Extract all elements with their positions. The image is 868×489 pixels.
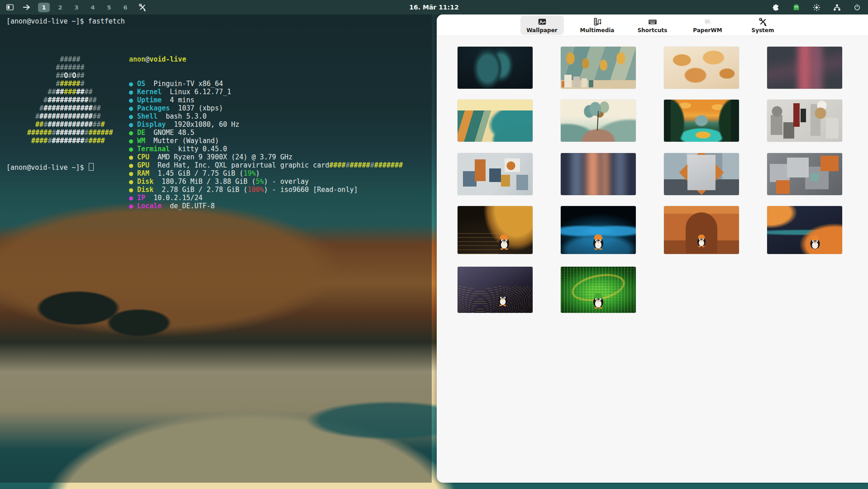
settings-panel: Wallpaper Multimedia Shortcuts PaperWM: [437, 14, 868, 483]
penguin-mascot: [496, 232, 512, 252]
fastfetch-info-line: ● Terminal kitty 0.45.0: [129, 145, 403, 153]
tools-icon: [758, 17, 768, 27]
missing-image-icon: [703, 17, 713, 27]
wallpaper-thumbnail-penguin-green-matrix[interactable]: [561, 267, 636, 313]
tab-paperwm[interactable]: PaperWM: [686, 15, 730, 35]
top-bar-right: [770, 0, 863, 14]
clock[interactable]: 16. Mär 11:12: [0, 0, 868, 14]
network-icon[interactable]: [831, 2, 842, 13]
keyboard-icon: [648, 17, 658, 27]
wallpaper-thumbnail-yellow-teal-coast[interactable]: [458, 100, 533, 142]
fastfetch-info-line: ● WM Mutter (Wayland): [129, 137, 403, 145]
fastfetch-info-line: ● RAM 1.45 GiB / 7.75 GiB (19%): [129, 169, 403, 177]
terminal-prompt-line: [anon@void-live ~]$ fastfetch: [6, 17, 125, 25]
tab-label: PaperWM: [693, 27, 722, 34]
brightness-icon[interactable]: [811, 2, 822, 13]
tab-label: Shortcuts: [638, 27, 668, 34]
power-icon[interactable]: [852, 2, 863, 13]
penguin-mascot: [591, 232, 606, 252]
terminal-window[interactable]: [anon@void-live ~]$ fastfetch ##### ####…: [0, 14, 432, 483]
fastfetch-info-line: ● Locale de_DE.UTF-8: [129, 202, 403, 210]
fastfetch-info-line: ● GPU Red Hat, Inc. QXL paravirtual grap…: [129, 161, 403, 169]
fastfetch-info-line: ● Uptime 4 mins: [129, 96, 403, 104]
wallpaper-thumbnail-peach-blur-strokes[interactable]: [561, 153, 636, 195]
fastfetch-info-line: ● Kernel Linux 6.12.77_1: [129, 88, 403, 96]
terminal-cursor: [89, 163, 94, 171]
settings-tab-bar: Wallpaper Multimedia Shortcuts PaperWM: [437, 14, 868, 36]
wallpaper-thumbnail-cream-orange-lilies[interactable]: [664, 47, 739, 89]
wallpaper-thumbnail-teal-abstract-leaves[interactable]: [458, 47, 533, 89]
penguin-mascot: [496, 291, 510, 308]
tab-label: Wallpaper: [526, 27, 557, 34]
extensions-puzzle-icon[interactable]: [770, 2, 781, 13]
wallpaper-thumbnail-autumn-windy-village[interactable]: [561, 47, 636, 89]
tab-system[interactable]: System: [741, 15, 785, 35]
tab-label: System: [752, 27, 774, 34]
penguin-mascot: [808, 234, 822, 252]
wallpaper-thumbnail-metal-square-orange-diamond[interactable]: [664, 153, 739, 195]
fastfetch-info-line: ● OS Pinguin-TV x86_64: [129, 80, 403, 88]
tab-label: Multimedia: [580, 27, 615, 34]
wallpaper-thumbnail-sunset-mountain-river[interactable]: [664, 100, 739, 142]
penguin-mascot: [591, 291, 606, 311]
fastfetch-title: anon@void-live: [129, 55, 403, 63]
penguin-mascot: [695, 233, 708, 249]
fastfetch-info-line: ● Shell bash 5.3.0: [129, 112, 403, 120]
tab-multimedia[interactable]: Multimedia: [576, 15, 619, 35]
fastfetch-info-line: ● Disk 2.78 GiB / 2.78 GiB (100%) - iso9…: [129, 186, 403, 194]
fastfetch-ascii-logo: ##### ####### ##O#O## ####### ##########…: [27, 55, 113, 145]
top-bar: 123456 16. Mär 11:12: [0, 0, 868, 14]
desktop: 123456 16. Mär 11:12 [anon@vo: [0, 0, 868, 489]
wallpaper-thumbnail-blue-orange-squares[interactable]: [458, 153, 533, 195]
ghost-icon[interactable]: [791, 2, 801, 13]
film-note-icon: [592, 17, 602, 27]
wallpaper-thumbnail-dark-red-brush-streaks[interactable]: [767, 47, 842, 89]
fastfetch-info-line: ● DE GNOME 48.5: [129, 129, 403, 137]
fastfetch-info-line: ● Display 1920x1080, 60 Hz: [129, 120, 403, 129]
fastfetch-info-line: ● Packages 1037 (xbps): [129, 104, 403, 112]
wallpaper-thumbnail-penguin-navy-orange-waves[interactable]: [767, 206, 842, 254]
wallpaper-thumbnail-gray-red-collage[interactable]: [767, 100, 842, 142]
fastfetch-info-line: ● IP 10.0.2.15/24: [129, 194, 403, 202]
wallpaper-thumbnail-penguin-purple-gold-lines[interactable]: [458, 267, 533, 313]
fastfetch-info-line: ● CPU AMD Ryzen 9 3900X (24) @ 3.79 GHz: [129, 153, 403, 161]
image-icon: [537, 17, 547, 27]
tab-shortcuts[interactable]: Shortcuts: [631, 15, 674, 35]
wallpaper-thumbnail-penguin-gold-circuit[interactable]: [458, 206, 533, 254]
fastfetch-info-line: ● Disk 180.76 MiB / 3.88 GiB (5%) - over…: [129, 177, 403, 186]
terminal-prompt-2: [anon@void-live ~]$: [6, 163, 94, 172]
wallpaper-thumbnail-penguin-blue-rays[interactable]: [561, 206, 636, 254]
wallpaper-thumbnail-pastel-tree-hills[interactable]: [561, 100, 636, 142]
wallpaper-thumbnail-gray-orange-3d-mosaic[interactable]: [767, 153, 842, 195]
fastfetch-info: anon@void-live ● OS Pinguin-TV x86_64● K…: [129, 39, 403, 210]
wallpaper-thumbnail-penguin-terracotta-arch[interactable]: [664, 206, 739, 254]
tab-wallpaper[interactable]: Wallpaper: [520, 15, 564, 35]
